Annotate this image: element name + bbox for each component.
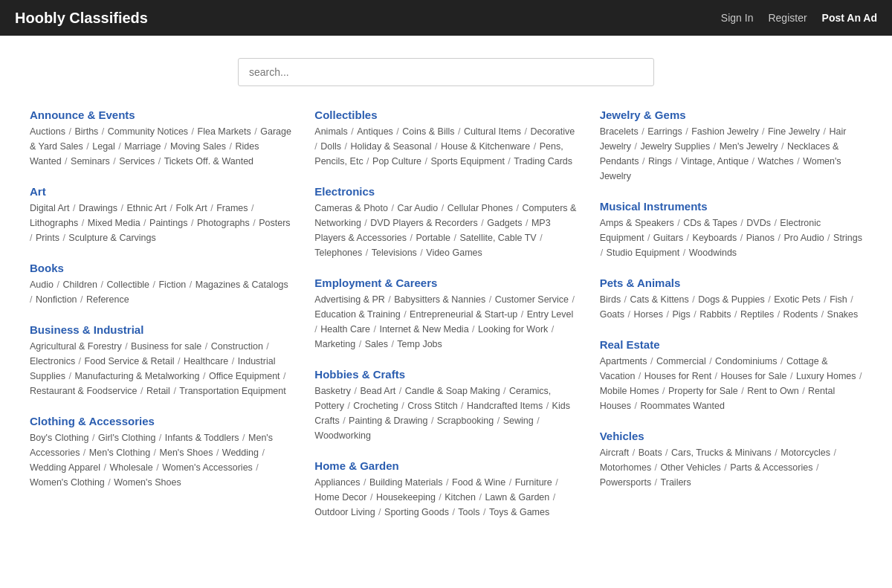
category-title[interactable]: Musical Instruments <box>600 200 862 213</box>
category-link[interactable]: Other Vehicles <box>661 462 721 473</box>
category-link[interactable]: Retail <box>146 386 170 396</box>
category-link[interactable]: Property for Sale <box>668 386 738 396</box>
category-link[interactable]: Mobile Homes <box>600 386 659 396</box>
category-link[interactable]: Earrings <box>647 126 682 137</box>
category-link[interactable]: Trading Cards <box>514 156 572 167</box>
category-link[interactable]: Restaurant & Foodservice <box>30 386 138 396</box>
category-title[interactable]: Real Estate <box>600 338 862 351</box>
category-link[interactable]: Portable <box>416 233 450 243</box>
category-title[interactable]: Announce & Events <box>30 109 292 121</box>
category-title[interactable]: Business & Industrial <box>30 323 292 336</box>
category-link[interactable]: Antiques <box>357 126 393 137</box>
category-link[interactable]: Magazines & Catalogs <box>195 280 288 290</box>
category-link[interactable]: Mixed Media <box>88 218 140 228</box>
category-title[interactable]: Employment & Careers <box>314 277 577 289</box>
category-title[interactable]: Home & Garden <box>314 459 577 472</box>
category-title[interactable]: Hobbies & Crafts <box>314 368 577 381</box>
category-link[interactable]: Woodwinds <box>689 248 737 258</box>
category-link[interactable]: Collectible <box>106 280 149 290</box>
category-link[interactable]: Office Equipment <box>209 371 280 381</box>
category-link[interactable]: Exotic Pets <box>774 294 821 305</box>
category-link[interactable]: Women's Clothing <box>30 477 105 488</box>
category-link[interactable]: Handcrafted Items <box>467 401 543 411</box>
category-link[interactable]: Pianos <box>746 233 775 243</box>
category-link[interactable]: Ethnic Art <box>126 203 167 213</box>
category-link[interactable]: Marketing <box>314 339 355 349</box>
category-link[interactable]: Frames <box>216 203 248 213</box>
category-link[interactable]: Infants & Toddlers <box>165 433 239 443</box>
category-link[interactable]: Flea Markets <box>198 126 251 137</box>
category-link[interactable]: Gadgets <box>487 218 522 228</box>
category-link[interactable]: Fish <box>830 294 847 305</box>
category-link[interactable]: DVDs <box>746 218 771 228</box>
category-link[interactable]: Men's Jewelry <box>720 141 778 152</box>
category-link[interactable]: Snakes <box>827 309 859 320</box>
category-link[interactable]: Painting & Drawing <box>349 416 427 426</box>
category-link[interactable]: Watches <box>758 156 794 167</box>
category-link[interactable]: Motorhomes <box>600 462 651 473</box>
category-link[interactable]: Paintings <box>149 218 187 228</box>
category-link[interactable]: Powersports <box>600 477 651 488</box>
category-link[interactable]: Aircraft <box>600 448 630 458</box>
category-link[interactable]: Reptiles <box>740 309 774 320</box>
category-link[interactable]: Dogs & Puppies <box>698 294 765 305</box>
category-link[interactable]: Entrepreneurial & Start-up <box>410 309 517 320</box>
category-link[interactable]: Education & Training <box>314 309 400 320</box>
category-link[interactable]: Sports Equipment <box>431 156 505 167</box>
category-link[interactable]: House & Kitchenware <box>441 141 530 152</box>
category-link[interactable]: Looking for Work <box>478 324 548 335</box>
category-title[interactable]: Jewelry & Gems <box>600 109 862 121</box>
category-link[interactable]: Boy's Clothing <box>30 433 89 443</box>
category-link[interactable]: Pro Audio <box>783 233 824 243</box>
category-link[interactable]: Commercial <box>656 356 706 366</box>
category-link[interactable]: Pigs <box>672 309 690 320</box>
category-link[interactable]: Sculpture & Carvings <box>68 233 155 243</box>
category-link[interactable]: Pop Culture <box>372 156 421 167</box>
category-link[interactable]: Rings <box>648 156 672 167</box>
category-link[interactable]: Holiday & Seasonal <box>351 141 432 152</box>
category-title[interactable]: Pets & Animals <box>600 277 862 289</box>
category-link[interactable]: Food & Wine <box>452 477 505 488</box>
category-link[interactable]: Televisions <box>372 248 417 258</box>
category-link[interactable]: Cultural Items <box>464 126 521 137</box>
category-link[interactable]: Cats & Kittens <box>630 294 689 305</box>
category-title[interactable]: Books <box>30 262 292 274</box>
category-link[interactable]: Condominiums <box>715 356 777 366</box>
category-link[interactable]: Sales <box>365 339 388 349</box>
sign-in-link[interactable]: Sign In <box>721 12 754 24</box>
category-link[interactable]: Sewing <box>503 416 534 426</box>
search-input[interactable] <box>238 58 654 86</box>
category-link[interactable]: Internet & New Media <box>379 324 468 335</box>
category-link[interactable]: CDs & Tapes <box>683 218 737 228</box>
category-link[interactable]: Girl's Clothing <box>98 433 155 443</box>
category-link[interactable]: Healthcare <box>184 356 228 366</box>
category-link[interactable]: Posters <box>259 218 290 228</box>
category-link[interactable]: Children <box>62 280 97 290</box>
category-link[interactable]: Studio Equipment <box>607 248 680 258</box>
category-link[interactable]: Construction <box>211 341 263 352</box>
category-link[interactable]: Toys & Games <box>489 507 549 517</box>
category-link[interactable]: Cars, Trucks & Minivans <box>671 448 772 458</box>
category-link[interactable]: Rabbits <box>699 309 731 320</box>
category-link[interactable]: Nonfiction <box>36 294 77 305</box>
category-link[interactable]: Appliances <box>314 477 360 488</box>
category-link[interactable]: Strings <box>833 233 862 243</box>
category-link[interactable]: Jewelry Supplies <box>640 141 710 152</box>
category-link[interactable]: Electronics <box>30 356 75 366</box>
category-link[interactable]: Motorcycles <box>780 448 830 458</box>
category-link[interactable]: Housekeeping <box>376 492 436 503</box>
category-title[interactable]: Art <box>30 185 292 198</box>
category-link[interactable]: Rent to Own <box>747 386 798 396</box>
category-link[interactable]: Birds <box>600 294 621 305</box>
category-link[interactable]: Telephones <box>314 248 362 258</box>
category-link[interactable]: Cellular Phones <box>447 203 513 213</box>
category-link[interactable]: Fine Jewelry <box>768 126 820 137</box>
category-link[interactable]: Scrapbooking <box>437 416 494 426</box>
category-link[interactable]: Services <box>119 156 155 167</box>
category-link[interactable]: Parts & Accessories <box>730 462 812 473</box>
category-link[interactable]: Wholesale <box>109 462 152 473</box>
category-link[interactable]: Births <box>74 126 98 137</box>
category-link[interactable]: Satellite, Cable TV <box>459 233 536 243</box>
category-link[interactable]: Guitars <box>653 233 683 243</box>
category-link[interactable]: Animals <box>314 126 347 137</box>
